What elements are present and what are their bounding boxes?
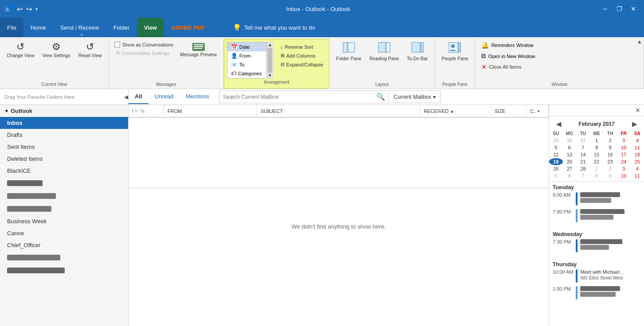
reset-view-button[interactable]: ↺ Reset View <box>75 40 105 61</box>
cal-day-6om-3[interactable]: 6 <box>563 172 577 179</box>
cal-day-30om[interactable]: 30 <box>563 137 577 144</box>
cal-day-26[interactable]: 26 <box>549 165 563 172</box>
right-panel-close-button[interactable]: ✕ <box>633 106 642 115</box>
cal-day-23[interactable]: 23 <box>603 158 617 165</box>
reading-pane-button[interactable]: Reading Pane <box>366 40 402 64</box>
col-header-category[interactable]: C.. ▾ <box>527 105 549 117</box>
cal-day-3[interactable]: 3 <box>617 137 631 144</box>
calendar-next-button[interactable]: ▶ <box>629 120 640 128</box>
arrangement-scrollbar[interactable]: ▲ ▼ <box>267 42 273 78</box>
calendar-prev-button[interactable]: ◀ <box>554 120 564 128</box>
sidebar-item-drafts[interactable]: Drafts <box>0 129 128 141</box>
change-view-button[interactable]: ↺ Change View <box>4 40 37 61</box>
cal-day-7om-3[interactable]: 7 <box>576 172 590 179</box>
col-header-size[interactable]: SIZE <box>491 105 527 117</box>
cal-day-1[interactable]: 1 <box>590 137 604 144</box>
sidebar-item-blacks1[interactable] <box>0 177 128 190</box>
sidebar-item-chief-officer[interactable]: Chief_Officer <box>0 239 128 251</box>
filter-tab-all[interactable]: All <box>129 89 148 104</box>
sidebar-collapse-button[interactable]: ◀ <box>124 94 128 100</box>
cal-day-5om-3[interactable]: 5 <box>549 172 563 179</box>
menu-send-receive[interactable]: Send / Receive ▲ <box>53 18 106 37</box>
cal-day-5[interactable]: 5 <box>549 144 563 151</box>
outlook-folder-collapse[interactable]: ▼ <box>4 109 9 113</box>
cal-day-25[interactable]: 25 <box>630 158 644 165</box>
search-icon[interactable]: 🔍 <box>373 91 389 103</box>
cal-day-17[interactable]: 17 <box>617 151 631 158</box>
cal-day-31om[interactable]: 31 <box>576 137 590 144</box>
search-hint[interactable]: 💡 Tell me what you want to do <box>226 18 322 37</box>
view-settings-button[interactable]: ⚙ View Settings <box>39 40 73 61</box>
cal-day-20[interactable]: 20 <box>563 158 577 165</box>
reverse-sort-button[interactable]: ↕ Reverse Sort <box>277 43 326 51</box>
cal-day-8[interactable]: 8 <box>590 144 604 151</box>
sidebar-item-canoe[interactable]: Canoe <box>0 227 128 239</box>
menu-view[interactable]: View <box>137 18 164 37</box>
minimize-button[interactable]: ─ <box>599 3 611 15</box>
cal-day-8om-3[interactable]: 8 <box>590 172 604 179</box>
scroll-up-icon[interactable]: ▲ <box>268 43 272 47</box>
search-input[interactable] <box>219 92 373 102</box>
sidebar-item-church-enhance[interactable] <box>0 264 128 277</box>
agenda-thu-1pm[interactable]: 1:00 PM <box>553 286 640 299</box>
col-header-subject[interactable]: SUBJECT <box>257 105 420 117</box>
cal-day-10om-3[interactable]: 10 <box>617 172 631 179</box>
menu-home[interactable]: Home <box>23 18 53 37</box>
agenda-thu-10am[interactable]: 10:00 AM Meet with Michael... 665 Elliot… <box>553 269 640 283</box>
quick-access-redo[interactable]: ↪ <box>26 5 32 13</box>
cal-day-29om[interactable]: 29 <box>549 137 563 144</box>
quick-access-undo[interactable]: ↩ <box>17 5 23 13</box>
sidebar-item-blacks-byte[interactable] <box>0 202 128 215</box>
cal-day-28[interactable]: 28 <box>576 165 590 172</box>
cal-day-10[interactable]: 10 <box>617 144 631 151</box>
cal-day-4[interactable]: 4 <box>630 137 644 144</box>
cal-day-6[interactable]: 6 <box>563 144 577 151</box>
sidebar-item-inbox[interactable]: Inbox <box>0 117 128 129</box>
expand-collapse-button[interactable]: ⊟ Expand/Collapse <box>277 60 326 69</box>
cal-day-15[interactable]: 15 <box>590 151 604 158</box>
scroll-down-icon[interactable]: ▼ <box>268 74 272 78</box>
arrangement-categories[interactable]: 🏷 Categories <box>227 69 266 78</box>
sidebar-item-blackice[interactable]: BlackICE <box>0 165 128 177</box>
reminders-window-button[interactable]: 🔔 Reminders Window <box>479 41 538 50</box>
cal-day-16[interactable]: 16 <box>603 151 617 158</box>
agenda-tue-8am[interactable]: 8:00 AM <box>553 192 640 206</box>
arrangement-from[interactable]: 👤 From <box>227 51 266 60</box>
cal-day-2[interactable]: 2 <box>603 137 617 144</box>
arrangement-to[interactable]: 📧 To <box>227 60 266 69</box>
arrangement-date[interactable]: 📅 Date <box>227 43 266 51</box>
cal-day-12[interactable]: 12 <box>549 151 563 158</box>
cal-day-22[interactable]: 22 <box>590 158 604 165</box>
col-header-flags[interactable]: ! 🏳 📎 <box>129 105 164 117</box>
people-pane-button[interactable]: People Pane <box>438 40 471 64</box>
cal-day-14[interactable]: 14 <box>576 151 590 158</box>
sidebar-item-business-week[interactable]: Business Week <box>0 215 128 227</box>
cal-day-1om-2[interactable]: 1 <box>590 165 604 172</box>
agenda-tue-7pm[interactable]: 7:00 PM <box>553 209 640 222</box>
menu-adobe-pdf[interactable]: ADOBE PDF <box>164 18 212 37</box>
sidebar-item-blacks-internet[interactable] <box>0 190 128 202</box>
sidebar-item-sent[interactable]: Sent Items <box>0 141 128 153</box>
cal-day-4om-2[interactable]: 4 <box>630 165 644 172</box>
message-preview-button[interactable]: Message Preview <box>177 41 220 60</box>
ribbon-collapse-button[interactable]: ▲ <box>635 37 644 46</box>
cal-day-7[interactable]: 7 <box>576 144 590 151</box>
cal-day-27[interactable]: 27 <box>563 165 577 172</box>
show-conversations-checkbox[interactable]: Show as Conversations <box>113 41 176 48</box>
conversation-settings-button[interactable]: ⚙ Conversation Settings <box>113 49 176 57</box>
cal-day-21[interactable]: 21 <box>576 158 590 165</box>
cal-day-2om-2[interactable]: 2 <box>603 165 617 172</box>
open-new-window-button[interactable]: ⧉ Open in New Window <box>479 51 538 61</box>
sidebar-item-deleted[interactable]: Deleted Items <box>0 153 128 165</box>
agenda-wed-730pm[interactable]: 7:30 PM <box>553 239 640 252</box>
col-header-received[interactable]: RECEIVED ▲ <box>420 105 491 117</box>
category-filter-icon[interactable]: ▾ <box>538 109 540 113</box>
menu-file[interactable]: File <box>0 18 23 37</box>
sidebar-item-church-conf[interactable] <box>0 251 128 264</box>
col-header-from[interactable]: FROM <box>164 105 257 117</box>
restore-button[interactable]: ❐ <box>613 3 625 15</box>
todo-bar-button[interactable]: To-Do Bar <box>404 40 431 64</box>
cal-day-18[interactable]: 18 <box>630 151 644 158</box>
cal-day-11[interactable]: 11 <box>630 144 644 151</box>
search-scope-button[interactable]: Current Mailbox ▾ <box>389 92 440 102</box>
